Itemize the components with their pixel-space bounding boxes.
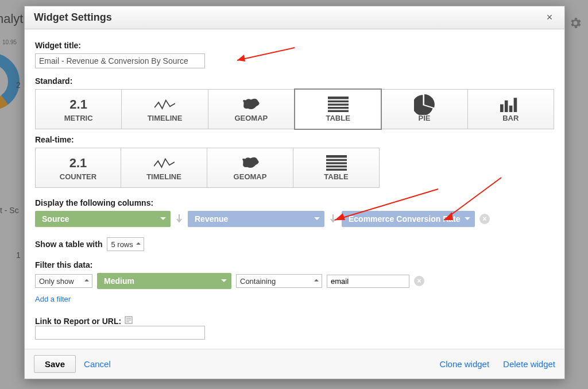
svg-rect-11 [514, 98, 517, 112]
geomap-icon [240, 155, 261, 171]
clone-widget-link[interactable]: Clone widget [439, 359, 489, 369]
columns-row: Source Revenue Ecommerce Conversion Rate… [35, 211, 554, 227]
type-label: PIE [418, 114, 430, 122]
realtime-label: Real-time: [35, 135, 554, 144]
arrow-down-icon [329, 214, 337, 224]
type-timeline[interactable]: TIMELINE [122, 89, 208, 129]
arrow-down-icon [175, 214, 183, 224]
type-label: METRIC [64, 114, 93, 122]
svg-marker-22 [237, 55, 245, 61]
standard-type-row: 2.1 METRIC TIMELINE GEOMAP TABLE [35, 89, 554, 129]
type-label: COUNTER [60, 172, 96, 181]
link-label: Link to Report or URL: [35, 317, 121, 326]
timeline-icon [154, 155, 175, 171]
type-label: TIMELINE [148, 114, 183, 122]
type-geomap[interactable]: GEOMAP [208, 89, 295, 129]
filter-row: Only show Medium Containing × [35, 273, 554, 289]
pie-icon [414, 97, 435, 113]
modal-header: Widget Settings × [25, 6, 564, 29]
svg-rect-12 [326, 155, 347, 158]
filter-dimension-select[interactable]: Medium [97, 273, 231, 289]
svg-rect-3 [328, 97, 349, 99]
svg-rect-16 [326, 169, 347, 171]
svg-rect-4 [328, 101, 349, 102]
type-table[interactable]: TABLE [295, 89, 381, 129]
filter-condition-select[interactable]: Containing [236, 274, 322, 288]
standard-label: Standard: [35, 76, 554, 86]
widget-title-input[interactable] [35, 53, 205, 68]
metric2-select[interactable]: Ecommerce Conversion Rate [342, 211, 475, 227]
realtime-type-row: 2.1 COUNTER TIMELINE GEOMAP TABLE [35, 148, 554, 188]
table-size-select[interactable]: 5 rows [107, 237, 144, 251]
remove-metric-button[interactable]: × [479, 214, 490, 224]
type-metric[interactable]: 2.1 METRIC [35, 89, 122, 129]
filter-mode-select[interactable]: Only show [35, 274, 92, 288]
table-size-label: Show a table with [35, 240, 102, 249]
table-icon [326, 155, 347, 171]
svg-rect-6 [328, 107, 349, 109]
type-bar[interactable]: BAR [468, 89, 554, 129]
svg-rect-15 [326, 165, 347, 167]
modal-body: Widget title: Standard: 2.1 METRIC TIMEL… [25, 29, 564, 349]
svg-rect-10 [509, 106, 513, 112]
cancel-link[interactable]: Cancel [84, 359, 111, 369]
report-link-icon [125, 316, 133, 324]
rt-type-table[interactable]: TABLE [293, 148, 380, 188]
link-url-input[interactable] [35, 326, 205, 340]
svg-rect-14 [326, 162, 347, 164]
type-label: GEOMAP [234, 114, 268, 122]
metric-icon: 2.1 [68, 97, 89, 113]
widget-title-label: Widget title: [35, 41, 554, 50]
metric1-select[interactable]: Revenue [188, 211, 324, 227]
save-button[interactable]: Save [34, 355, 76, 373]
type-label: TABLE [326, 114, 350, 122]
type-label: GEOMAP [234, 172, 267, 181]
geomap-icon [241, 97, 261, 113]
remove-filter-button[interactable]: × [414, 276, 424, 286]
add-filter-link[interactable]: Add a filter [35, 295, 71, 303]
type-label: BAR [502, 114, 519, 122]
svg-rect-13 [326, 159, 347, 161]
filter-label: Filter this data: [35, 260, 554, 269]
svg-rect-8 [500, 105, 504, 113]
close-button[interactable]: × [541, 10, 558, 26]
svg-rect-7 [328, 110, 349, 112]
type-label: TABLE [324, 172, 348, 181]
delete-widget-link[interactable]: Delete widget [503, 359, 555, 369]
table-size-select-wrap: 5 rows [107, 237, 144, 251]
dimension-select[interactable]: Source [35, 211, 171, 227]
bar-icon [500, 97, 521, 113]
type-label: TIMELINE [146, 172, 181, 181]
modal-title: Widget Settings [34, 11, 112, 24]
columns-label: Display the following columns: [35, 198, 554, 207]
rt-type-counter[interactable]: 2.1 COUNTER [35, 148, 121, 188]
timeline-icon [154, 97, 175, 113]
rt-type-timeline[interactable]: TIMELINE [121, 148, 207, 188]
svg-rect-5 [328, 103, 349, 105]
modal-footer: Save Cancel Clone widget Delete widget [25, 349, 564, 379]
counter-icon: 2.1 [68, 155, 88, 171]
svg-rect-9 [505, 101, 508, 112]
widget-settings-modal: Widget Settings × Widget title: Standard… [24, 6, 565, 379]
filter-value-input[interactable] [327, 275, 409, 288]
type-pie[interactable]: PIE [381, 89, 467, 129]
rt-type-geomap[interactable]: GEOMAP [207, 148, 293, 188]
table-icon [328, 97, 349, 113]
